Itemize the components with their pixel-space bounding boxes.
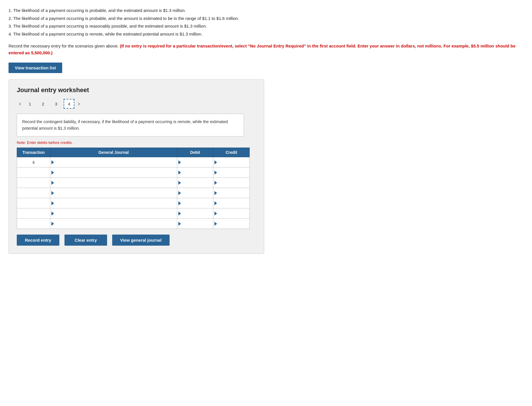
credit-indicator-icon [214,201,217,205]
view-transaction-list-button[interactable]: View transaction list [9,63,62,73]
table-row [17,178,250,188]
worksheet-title: Journal entry worksheet [17,86,256,94]
credit-input[interactable] [218,201,248,206]
general-journal-input[interactable] [55,181,176,185]
credit-indicator-icon [214,212,217,216]
table-row [17,167,250,178]
debit-input[interactable] [182,170,212,175]
tab-2[interactable]: 2 [37,99,48,109]
instructions: Record the necessary entry for the scena… [9,43,523,56]
credit-input[interactable] [218,221,248,226]
debit-cell[interactable] [177,167,213,178]
record-entry-button[interactable]: Record entry [17,235,59,246]
credit-input[interactable] [218,191,248,195]
worksheet-container: Journal entry worksheet ‹ 1 2 3 4 › Reco… [9,79,264,254]
general-journal-input[interactable] [55,160,176,165]
debit-indicator-icon [178,191,181,195]
general-journal-cell[interactable] [50,208,177,219]
debit-input[interactable] [182,221,212,226]
credit-indicator-icon [214,181,217,185]
debit-input[interactable] [182,191,212,195]
credit-input[interactable] [218,181,248,185]
journal-table: Transaction General Journal Debit Credit… [17,148,250,229]
debit-input[interactable] [182,181,212,185]
row-indicator-icon [51,222,54,226]
intro-item-1: 1. The likelihood of a payment occurring… [9,7,523,14]
general-journal-input[interactable] [55,170,176,175]
transaction-cell [17,188,50,198]
credit-indicator-icon [214,222,217,226]
credit-cell[interactable] [213,167,250,178]
credit-input[interactable] [218,211,248,216]
debit-cell[interactable] [177,198,213,208]
debit-input[interactable] [182,160,212,165]
intro-list: 1. The likelihood of a payment occurring… [9,7,523,38]
general-journal-cell[interactable] [50,219,177,229]
general-journal-cell[interactable] [50,198,177,208]
debit-cell[interactable] [177,219,213,229]
row-indicator-icon [51,160,54,164]
row-indicator-icon [51,201,54,205]
general-journal-cell[interactable] [50,188,177,198]
table-row [17,198,250,208]
intro-item-4: 4. The likelihood of a payment occurring… [9,30,523,38]
credit-input[interactable] [218,160,248,165]
transaction-cell [17,178,50,188]
transaction-cell [17,167,50,178]
debit-cell[interactable] [177,208,213,219]
buttons-row: Record entry Clear entry View general jo… [17,235,256,246]
instructions-normal: Record the necessary entry for the scena… [9,44,119,48]
tab-1[interactable]: 1 [24,99,35,109]
debit-cell[interactable] [177,178,213,188]
description-text: Record the contingent liability, if nece… [22,119,228,130]
credit-input[interactable] [218,170,248,175]
general-journal-cell[interactable] [50,167,177,178]
debit-indicator-icon [178,171,181,175]
transaction-cell [17,198,50,208]
debit-indicator-icon [178,181,181,185]
description-box: Record the contingent liability, if nece… [17,114,244,136]
tab-next-arrow[interactable]: › [76,100,82,108]
view-general-journal-button[interactable]: View general journal [112,235,170,246]
clear-entry-button[interactable]: Clear entry [64,235,107,246]
debit-input[interactable] [182,211,212,216]
table-row: 4 [17,157,250,167]
transaction-cell: 4 [17,157,50,167]
general-journal-cell[interactable] [50,178,177,188]
debit-input[interactable] [182,201,212,206]
transaction-cell [17,219,50,229]
row-indicator-icon [51,212,54,216]
debit-indicator-icon [178,222,181,226]
col-header-debit: Debit [177,148,213,157]
note: Note: Enter debits before credits. [17,140,256,145]
intro-item-2: 2. The likelihood of a payment occurring… [9,15,523,22]
row-indicator-icon [51,191,54,195]
credit-cell[interactable] [213,208,250,219]
col-header-credit: Credit [213,148,250,157]
debit-cell[interactable] [177,188,213,198]
credit-indicator-icon [214,191,217,195]
tab-4[interactable]: 4 [64,99,74,109]
col-header-general-journal: General Journal [50,148,177,157]
debit-indicator-icon [178,160,181,164]
general-journal-input[interactable] [55,201,176,206]
transaction-cell [17,208,50,219]
credit-cell[interactable] [213,219,250,229]
tabs-row: ‹ 1 2 3 4 › [17,99,256,109]
credit-cell[interactable] [213,178,250,188]
row-indicator-icon [51,181,54,185]
credit-cell[interactable] [213,198,250,208]
tab-3[interactable]: 3 [51,99,61,109]
col-header-transaction: Transaction [17,148,50,157]
intro-item-3: 3. The likelihood of a payment occurring… [9,22,523,30]
debit-cell[interactable] [177,157,213,167]
general-journal-cell[interactable] [50,157,177,167]
credit-cell[interactable] [213,188,250,198]
tab-prev-arrow[interactable]: ‹ [17,100,23,108]
row-indicator-icon [51,171,54,175]
general-journal-input[interactable] [55,211,176,216]
general-journal-input[interactable] [55,191,176,195]
debit-indicator-icon [178,201,181,205]
credit-cell[interactable] [213,157,250,167]
general-journal-input[interactable] [55,221,176,226]
